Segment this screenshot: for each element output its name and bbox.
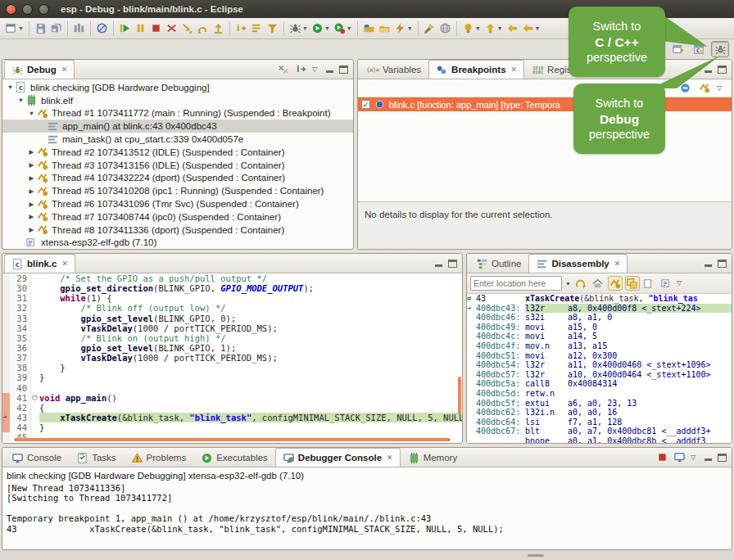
code-line-text[interactable] [39,383,462,393]
disassembly-row[interactable]: 400dbc5f:extuia6, a0, 23, 13 [467,399,732,409]
save-all-icon[interactable] [48,20,64,38]
debug-tree-row[interactable]: ▶Thread #3 1073413156 (IDLE) (Suspended … [2,159,353,172]
tab-outline[interactable]: Outline [469,254,528,273]
disassembly-row[interactable]: 400dbc5a:call80x40084314 [467,379,732,389]
editor-horizontal-scrollbar[interactable] [14,438,451,441]
line-number[interactable]: 40 [10,383,31,393]
editor-line[interactable]: 32 /* Blink off (output low) */ [2,303,462,313]
editor-line[interactable]: 29 /* Set the GPIO as a push/pull output… [2,273,462,283]
tab-tasks[interactable]: Tasks [69,448,123,467]
dropdown-icon[interactable]: ▼ [407,25,413,31]
tree-expander-icon[interactable]: ▼ [27,110,36,117]
tab-close-icon[interactable]: ✕ [614,260,621,268]
disassembly-row[interactable]: bnonea0, a1, 0x400dbc8b <__adddf3 [467,436,732,443]
follow-pc-icon[interactable] [608,276,623,291]
tab-problems[interactable]: Problems [124,448,194,467]
home-icon[interactable] [591,276,605,291]
tree-expander-icon[interactable]: ▶ [27,201,36,208]
line-number[interactable]: 34 [10,323,31,333]
code-line-text[interactable]: /* Set the GPIO as a push/pull output */ [39,273,462,283]
editor-marker-bar[interactable] [2,353,10,363]
editor-marker-bar[interactable] [2,363,10,373]
fold-collapse-icon[interactable]: − [31,393,39,403]
editor-line[interactable]: 30 gpio_set_direction(BLINK_GPIO, GPIO_M… [2,283,462,293]
editor-marker-bar[interactable] [2,432,10,442]
tree-expander-icon[interactable]: ▶ [27,161,36,169]
editor-line[interactable]: 38 } [2,363,462,373]
editor-marker-bar[interactable] [2,333,10,343]
disconnect-icon[interactable] [164,20,179,38]
editor-line[interactable]: 37 vTaskDelay(1000 / portTICK_PERIOD_MS)… [2,353,462,363]
minimize-icon[interactable] [704,454,713,462]
tab-close-icon[interactable]: ✕ [511,65,518,74]
code-line-text[interactable]: vTaskDelay(1000 / portTICK_PERIOD_MS); [39,323,462,333]
window-close-button[interactable] [6,4,16,15]
build-icon[interactable] [71,20,87,38]
group-by-icon[interactable] [698,82,710,94]
code-line-text[interactable]: gpio_set_level(BLINK_GPIO, 0); [39,314,462,323]
editor-line[interactable]: 39} [2,373,462,382]
open-folder-icon[interactable] [377,20,392,38]
disassembly-row[interactable]: 400dbc57:l32ra10, 0x400d0464 <_stext+110… [467,370,732,380]
line-number[interactable]: 44 [10,422,31,432]
instruction-step-toggle-icon[interactable]: i [295,63,307,75]
tree-expander-icon[interactable]: ▶ [27,213,36,220]
disassembly-row[interactable]: 400dbc51:movia12, 0x300 [467,351,732,361]
disassembly-row[interactable]: 400dbc5d:retw.n [467,389,732,399]
remove-terminated-icon[interactable] [278,63,290,75]
minimize-icon[interactable] [325,65,334,74]
dropdown-icon[interactable]: ▼ [347,25,352,31]
tab-close-icon[interactable]: ✕ [387,454,393,462]
tab-close-icon[interactable]: ✕ [61,260,68,268]
open-db-folder-icon[interactable] [361,20,377,38]
dropdown-icon[interactable]: ▼ [535,25,541,31]
line-number[interactable]: 43 [10,413,31,422]
debug-tree-row[interactable]: ▶Thread #8 1073411336 (dport) (Suspended… [2,224,353,237]
window-minimize-button[interactable] [22,4,33,15]
maximize-icon[interactable] [718,260,727,268]
suspend-icon[interactable] [133,20,148,38]
console-output[interactable]: [New Thread 1073411336][Switching to Thr… [2,482,732,535]
maximize-icon[interactable] [718,65,727,74]
editor-marker-bar[interactable] [2,283,10,293]
dropdown-icon[interactable]: ▼ [302,25,308,31]
debug-tree-row[interactable]: app_main() at blink.c:43 0x400dbc43 [2,120,353,133]
code-line-text[interactable]: /* Blink on (output high) */ [39,333,462,343]
maximize-icon[interactable] [448,260,457,268]
line-number[interactable]: 31 [10,293,31,303]
dropdown-icon[interactable]: ▼ [475,25,481,31]
line-number[interactable]: 42 [10,403,31,413]
disassembly-row[interactable]: 400dbc64:lsif7, a1, 128 [467,418,732,427]
tab-disassembly[interactable]: Disassembly✕ [528,254,628,273]
disassembly-source-line[interactable]: ⇄43xTaskCreate(&blink_task, "blink_tas [467,294,732,304]
editor-marker-bar[interactable] [2,273,10,283]
code-line-text[interactable]: gpio_set_direction(BLINK_GPIO, GPIO_MODE… [39,283,462,293]
disassembly-row[interactable]: 400dbc62:l32i.na0, a0, 16 [467,408,732,418]
format-icon[interactable] [422,20,437,38]
cpp-perspective-button[interactable]: C [690,41,708,57]
editor-line[interactable]: 35 /* Blink on (output high) */ [2,333,462,343]
current-instruction-pointer-icon[interactable]: ➔ [2,413,10,422]
minimize-icon[interactable] [704,260,713,268]
line-number[interactable]: 30 [10,283,31,293]
view-menu-icon[interactable]: ▽ [312,65,320,74]
line-number[interactable]: 37 [10,353,31,363]
link-with-debug-icon[interactable] [679,82,691,94]
tree-expander-icon[interactable]: ▶ [27,174,36,182]
line-number[interactable]: 32 [10,303,31,313]
editor-line[interactable]: 44} [2,422,462,432]
editor-marker-bar[interactable] [2,383,10,393]
tab-debugger-console[interactable]: Debugger Console✕ [275,448,401,467]
location-dropdown-icon[interactable]: ▼ [565,281,571,287]
debug-tree-row[interactable]: ▶Thread #7 1073408744 (ipc0) (Suspended … [2,210,353,224]
launch-icon[interactable]: ▼ [392,20,415,38]
tab-breakpoints[interactable]: Breakpoints✕ [428,60,524,79]
editor-line[interactable]: 42{ [2,403,462,413]
debug-tree-row[interactable]: ▶Thread #2 1073413512 (IDLE) (Suspended … [2,146,353,159]
disassembly-row[interactable]: 400dbc54:l32ra11, 0x400d0460 <_stext+109… [467,360,732,370]
editor-marker-bar[interactable] [2,303,10,313]
show-source-icon[interactable] [642,276,657,291]
drop-to-frame-icon[interactable] [265,20,280,38]
tab-variables[interactable]: (x)=Variables [360,60,428,79]
breakpoint-checkbox[interactable]: ✓ [361,100,370,109]
